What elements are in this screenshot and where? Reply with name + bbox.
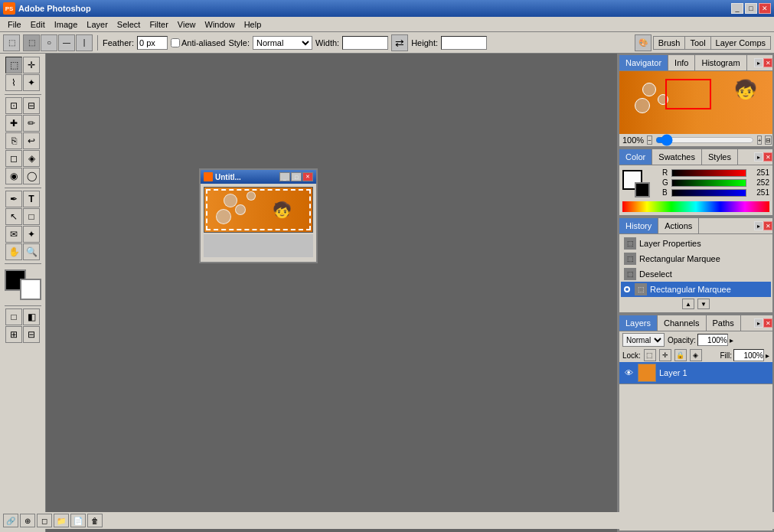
new-group-btn[interactable]: 📁 bbox=[54, 514, 69, 527]
menu-help[interactable]: Help bbox=[240, 18, 266, 31]
rectangular-marquee-tool[interactable]: ⬚ bbox=[5, 57, 22, 73]
minimize-button[interactable]: _ bbox=[731, 3, 743, 14]
info-tab[interactable]: Info bbox=[668, 55, 695, 70]
lock-pixels-btn[interactable]: ⬚ bbox=[644, 349, 656, 361]
quick-mask-mode[interactable]: ◧ bbox=[23, 308, 40, 325]
layers-tab[interactable]: Layers bbox=[619, 315, 658, 331]
histogram-tab[interactable]: Histogram bbox=[695, 55, 746, 70]
add-mask-btn[interactable]: ◻ bbox=[37, 514, 52, 527]
history-item-3[interactable]: ⬚ Rectangular Marquee bbox=[621, 282, 771, 297]
history-item-1[interactable]: ⬚ Rectangular Marquee bbox=[621, 251, 771, 266]
maximize-button[interactable]: □ bbox=[745, 3, 757, 14]
menu-layer[interactable]: Layer bbox=[82, 18, 113, 31]
single-col-btn[interactable]: | bbox=[76, 34, 93, 51]
healing-brush-tool[interactable]: ✚ bbox=[5, 115, 22, 132]
screen-mode2[interactable]: ⊟ bbox=[23, 326, 40, 343]
new-layer-btn[interactable]: 📄 bbox=[70, 514, 86, 527]
antialiased-checkbox[interactable] bbox=[171, 38, 180, 47]
history-minimize[interactable]: ▸ bbox=[754, 221, 763, 230]
paths-tab[interactable]: Paths bbox=[707, 315, 741, 331]
history-scroll-up[interactable]: ▲ bbox=[682, 299, 694, 309]
screen-mode[interactable]: ⊞ bbox=[5, 326, 22, 343]
rect-marquee-btn[interactable]: ⬚ bbox=[23, 34, 40, 51]
doc-close[interactable]: ✕ bbox=[302, 172, 313, 181]
layer-comps-tab[interactable]: Layer Comps bbox=[711, 37, 770, 49]
swatches-tab[interactable]: Swatches bbox=[652, 149, 702, 165]
crop-tool[interactable]: ⊡ bbox=[5, 97, 22, 114]
background-color[interactable] bbox=[20, 279, 41, 300]
zoom-out-btn[interactable]: − bbox=[647, 135, 652, 145]
layer-visibility-toggle[interactable]: 👁 bbox=[622, 367, 635, 379]
move-tool[interactable]: ✛ bbox=[23, 57, 40, 73]
color-tab[interactable]: Color bbox=[619, 149, 652, 165]
channels-tab[interactable]: Channels bbox=[658, 315, 706, 331]
lock-position-btn[interactable]: ✛ bbox=[659, 349, 671, 361]
eyedropper-tool[interactable]: ✦ bbox=[23, 226, 40, 243]
history-brush-tool[interactable]: ↩ bbox=[23, 132, 40, 149]
color-close[interactable]: ✕ bbox=[763, 152, 772, 162]
color-minimize[interactable]: ▸ bbox=[754, 152, 763, 162]
single-row-btn[interactable]: — bbox=[58, 34, 75, 51]
style-select[interactable]: Normal Fixed Ratio Fixed Size bbox=[253, 36, 312, 50]
menu-filter[interactable]: Filter bbox=[145, 18, 172, 31]
path-select-tool[interactable]: ↖ bbox=[5, 208, 22, 225]
zoom-fit-btn[interactable]: ⊟ bbox=[765, 135, 772, 145]
notes-tool[interactable]: ✉ bbox=[5, 226, 22, 243]
ellipse-marquee-btn[interactable]: ○ bbox=[41, 34, 57, 51]
hand-tool[interactable]: ✋ bbox=[5, 243, 22, 260]
blur-tool[interactable]: ◉ bbox=[5, 168, 22, 184]
fill-input[interactable] bbox=[733, 349, 764, 361]
opacity-input[interactable] bbox=[697, 334, 728, 346]
history-close[interactable]: ✕ bbox=[763, 221, 772, 230]
dodge-tool[interactable]: ◯ bbox=[23, 168, 40, 184]
layers-minimize[interactable]: ▸ bbox=[754, 318, 763, 328]
nav-minimize[interactable]: ▸ bbox=[754, 58, 763, 67]
brush-tab[interactable]: Brush bbox=[654, 37, 686, 49]
delete-layer-btn[interactable]: 🗑 bbox=[87, 514, 103, 527]
eraser-tool[interactable]: ◻ bbox=[5, 150, 22, 167]
magic-wand-tool[interactable]: ✦ bbox=[23, 74, 40, 91]
slice-tool[interactable]: ⊟ bbox=[23, 97, 40, 114]
link-layers-btn[interactable]: 🔗 bbox=[3, 514, 18, 527]
stamp-tool[interactable]: ⎘ bbox=[5, 132, 22, 149]
menu-select[interactable]: Select bbox=[113, 18, 145, 31]
styles-tab[interactable]: Styles bbox=[702, 149, 738, 165]
menu-window[interactable]: Window bbox=[201, 18, 240, 31]
shape-tool[interactable]: □ bbox=[23, 208, 40, 225]
history-item-2[interactable]: ⬚ Deselect bbox=[621, 266, 771, 282]
blend-mode-select[interactable]: Normal bbox=[622, 333, 665, 347]
palette-icon[interactable]: 🎨 bbox=[635, 34, 652, 51]
width-input[interactable] bbox=[342, 36, 388, 50]
pen-tool[interactable]: ✒ bbox=[5, 191, 22, 207]
brush-tool[interactable]: ✏ bbox=[23, 115, 40, 132]
tool-preset-icon[interactable]: ⬚ bbox=[3, 34, 20, 51]
menu-file[interactable]: File bbox=[3, 18, 26, 31]
color-spectrum[interactable] bbox=[622, 201, 769, 212]
navigator-tab[interactable]: Navigator bbox=[619, 55, 668, 70]
zoom-in-btn[interactable]: + bbox=[757, 135, 763, 145]
doc-maximize[interactable]: □ bbox=[291, 172, 302, 181]
actions-tab[interactable]: Actions bbox=[658, 218, 699, 233]
lasso-tool[interactable]: ⌇ bbox=[5, 74, 22, 91]
feather-input[interactable] bbox=[137, 36, 168, 50]
zoom-slider[interactable] bbox=[655, 137, 754, 143]
height-input[interactable] bbox=[441, 36, 487, 50]
bg-swatch[interactable] bbox=[635, 182, 650, 197]
lock-all-btn[interactable]: 🔒 bbox=[674, 349, 687, 361]
menu-edit[interactable]: Edit bbox=[26, 18, 50, 31]
history-item-0[interactable]: ⬚ Layer Properties bbox=[621, 236, 771, 251]
add-style-btn[interactable]: ⊕ bbox=[20, 514, 35, 527]
text-tool[interactable]: T bbox=[23, 191, 40, 207]
gradient-tool[interactable]: ◈ bbox=[23, 150, 40, 167]
nav-close[interactable]: ✕ bbox=[763, 58, 772, 67]
opacity-arrow[interactable]: ▸ bbox=[730, 336, 733, 344]
history-tab[interactable]: History bbox=[619, 218, 658, 233]
swap-icon[interactable]: ⇄ bbox=[391, 34, 408, 51]
fill-arrow[interactable]: ▸ bbox=[766, 351, 769, 360]
lock-transparency-btn[interactable]: ◈ bbox=[690, 349, 702, 361]
tool-tab[interactable]: Tool bbox=[685, 37, 710, 49]
standard-mode[interactable]: □ bbox=[5, 308, 22, 325]
history-scroll-down[interactable]: ▼ bbox=[697, 299, 710, 309]
close-button[interactable]: ✕ bbox=[759, 3, 771, 14]
layer-item-0[interactable]: 👁 Layer 1 bbox=[619, 362, 772, 384]
